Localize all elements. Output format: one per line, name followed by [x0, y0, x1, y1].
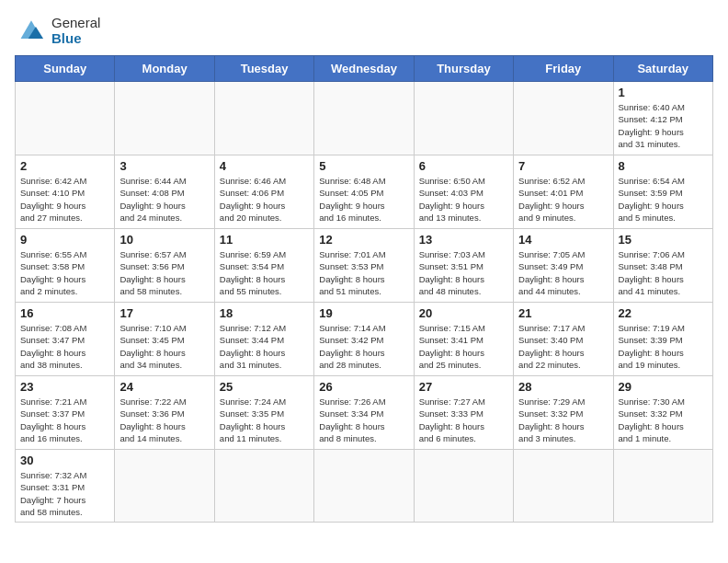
logo: General Blue — [15, 15, 100, 46]
day-number: 12 — [319, 233, 408, 247]
calendar-cell: 9Sunrise: 6:55 AM Sunset: 3:58 PM Daylig… — [16, 229, 115, 303]
day-number: 11 — [220, 233, 309, 247]
calendar-cell: 5Sunrise: 6:48 AM Sunset: 4:05 PM Daylig… — [314, 155, 414, 229]
weekday-header-row: SundayMondayTuesdayWednesdayThursdayFrid… — [16, 56, 713, 82]
day-number: 28 — [518, 380, 608, 394]
calendar-table: SundayMondayTuesdayWednesdayThursdayFrid… — [15, 55, 713, 523]
calendar-cell — [16, 82, 115, 155]
day-number: 16 — [20, 306, 109, 320]
day-info: Sunrise: 7:06 AM Sunset: 3:48 PM Dayligh… — [619, 248, 708, 297]
day-number: 23 — [20, 380, 109, 394]
day-number: 5 — [319, 159, 408, 173]
calendar-cell — [414, 450, 513, 523]
day-number: 13 — [419, 233, 508, 247]
calendar-cell — [514, 82, 613, 155]
day-number: 2 — [20, 159, 109, 173]
day-number: 24 — [119, 380, 209, 394]
calendar-cell: 25Sunrise: 7:24 AM Sunset: 3:35 PM Dayli… — [214, 376, 313, 450]
day-number: 25 — [220, 380, 309, 394]
calendar-cell — [314, 450, 414, 523]
calendar-week-row: 30Sunrise: 7:32 AM Sunset: 3:31 PM Dayli… — [16, 450, 713, 523]
calendar-cell: 12Sunrise: 7:01 AM Sunset: 3:53 PM Dayli… — [314, 229, 414, 303]
day-info: Sunrise: 7:08 AM Sunset: 3:47 PM Dayligh… — [20, 322, 109, 371]
calendar-cell: 28Sunrise: 7:29 AM Sunset: 3:32 PM Dayli… — [514, 376, 613, 450]
day-info: Sunrise: 6:52 AM Sunset: 4:01 PM Dayligh… — [518, 175, 608, 224]
weekday-header-wednesday: Wednesday — [314, 56, 414, 82]
calendar-cell: 8Sunrise: 6:54 AM Sunset: 3:59 PM Daylig… — [613, 155, 712, 229]
day-number: 6 — [419, 159, 508, 173]
day-number: 21 — [518, 306, 608, 320]
calendar-cell: 17Sunrise: 7:10 AM Sunset: 3:45 PM Dayli… — [115, 303, 214, 376]
day-info: Sunrise: 6:42 AM Sunset: 4:10 PM Dayligh… — [20, 175, 109, 224]
calendar-cell: 22Sunrise: 7:19 AM Sunset: 3:39 PM Dayli… — [613, 303, 712, 376]
day-info: Sunrise: 7:24 AM Sunset: 3:35 PM Dayligh… — [220, 396, 309, 444]
logo-text: General Blue — [51, 15, 100, 46]
day-number: 26 — [319, 380, 408, 394]
generalblue-logo-icon — [15, 17, 48, 43]
calendar-cell: 6Sunrise: 6:50 AM Sunset: 4:03 PM Daylig… — [414, 155, 513, 229]
calendar-cell: 29Sunrise: 7:30 AM Sunset: 3:32 PM Dayli… — [613, 376, 712, 450]
calendar-cell: 4Sunrise: 6:46 AM Sunset: 4:06 PM Daylig… — [214, 155, 313, 229]
calendar-cell — [613, 450, 712, 523]
day-number: 30 — [20, 454, 109, 467]
day-number: 4 — [220, 159, 309, 173]
page-header: General Blue — [15, 15, 713, 46]
calendar-week-row: 9Sunrise: 6:55 AM Sunset: 3:58 PM Daylig… — [16, 229, 713, 303]
day-info: Sunrise: 7:26 AM Sunset: 3:34 PM Dayligh… — [319, 396, 408, 444]
day-info: Sunrise: 7:01 AM Sunset: 3:53 PM Dayligh… — [319, 248, 408, 297]
calendar-cell — [115, 450, 214, 523]
day-number: 14 — [518, 233, 608, 247]
day-info: Sunrise: 7:21 AM Sunset: 3:37 PM Dayligh… — [20, 396, 109, 444]
calendar-cell: 20Sunrise: 7:15 AM Sunset: 3:41 PM Dayli… — [414, 303, 513, 376]
day-number: 15 — [619, 233, 708, 247]
day-info: Sunrise: 7:10 AM Sunset: 3:45 PM Dayligh… — [119, 322, 209, 371]
day-info: Sunrise: 7:32 AM Sunset: 3:31 PM Dayligh… — [20, 469, 109, 518]
day-info: Sunrise: 6:50 AM Sunset: 4:03 PM Dayligh… — [419, 175, 508, 224]
day-info: Sunrise: 6:57 AM Sunset: 3:56 PM Dayligh… — [119, 248, 209, 297]
day-info: Sunrise: 7:12 AM Sunset: 3:44 PM Dayligh… — [220, 322, 309, 371]
day-number: 17 — [119, 306, 209, 320]
weekday-header-saturday: Saturday — [613, 56, 712, 82]
day-info: Sunrise: 6:46 AM Sunset: 4:06 PM Dayligh… — [220, 175, 309, 224]
calendar-cell: 21Sunrise: 7:17 AM Sunset: 3:40 PM Dayli… — [514, 303, 613, 376]
day-info: Sunrise: 7:14 AM Sunset: 3:42 PM Dayligh… — [319, 322, 408, 371]
day-info: Sunrise: 7:03 AM Sunset: 3:51 PM Dayligh… — [419, 248, 508, 297]
calendar-cell — [214, 82, 313, 155]
weekday-header-thursday: Thursday — [414, 56, 513, 82]
weekday-header-tuesday: Tuesday — [214, 56, 313, 82]
day-info: Sunrise: 6:44 AM Sunset: 4:08 PM Dayligh… — [119, 175, 209, 224]
calendar-cell: 10Sunrise: 6:57 AM Sunset: 3:56 PM Dayli… — [115, 229, 214, 303]
day-info: Sunrise: 6:55 AM Sunset: 3:58 PM Dayligh… — [20, 248, 109, 297]
calendar-cell: 11Sunrise: 6:59 AM Sunset: 3:54 PM Dayli… — [214, 229, 313, 303]
calendar-cell: 24Sunrise: 7:22 AM Sunset: 3:36 PM Dayli… — [115, 376, 214, 450]
day-info: Sunrise: 6:54 AM Sunset: 3:59 PM Dayligh… — [619, 175, 708, 224]
day-number: 18 — [220, 306, 309, 320]
day-number: 7 — [518, 159, 608, 173]
calendar-cell — [414, 82, 513, 155]
calendar-cell: 15Sunrise: 7:06 AM Sunset: 3:48 PM Dayli… — [613, 229, 712, 303]
day-number: 10 — [119, 233, 209, 247]
day-number: 3 — [119, 159, 209, 173]
day-info: Sunrise: 6:40 AM Sunset: 4:12 PM Dayligh… — [619, 101, 708, 150]
calendar-cell: 26Sunrise: 7:26 AM Sunset: 3:34 PM Dayli… — [314, 376, 414, 450]
calendar-cell: 3Sunrise: 6:44 AM Sunset: 4:08 PM Daylig… — [115, 155, 214, 229]
calendar-cell: 18Sunrise: 7:12 AM Sunset: 3:44 PM Dayli… — [214, 303, 313, 376]
day-number: 9 — [20, 233, 109, 247]
day-info: Sunrise: 7:15 AM Sunset: 3:41 PM Dayligh… — [419, 322, 508, 371]
day-info: Sunrise: 6:48 AM Sunset: 4:05 PM Dayligh… — [319, 175, 408, 224]
weekday-header-friday: Friday — [514, 56, 613, 82]
day-number: 1 — [619, 86, 708, 99]
day-info: Sunrise: 6:59 AM Sunset: 3:54 PM Dayligh… — [220, 248, 309, 297]
calendar-cell: 13Sunrise: 7:03 AM Sunset: 3:51 PM Dayli… — [414, 229, 513, 303]
calendar-cell: 1Sunrise: 6:40 AM Sunset: 4:12 PM Daylig… — [613, 82, 712, 155]
calendar-cell: 16Sunrise: 7:08 AM Sunset: 3:47 PM Dayli… — [16, 303, 115, 376]
calendar-cell — [514, 450, 613, 523]
calendar-cell — [214, 450, 313, 523]
calendar-cell: 14Sunrise: 7:05 AM Sunset: 3:49 PM Dayli… — [514, 229, 613, 303]
day-info: Sunrise: 7:19 AM Sunset: 3:39 PM Dayligh… — [619, 322, 708, 371]
day-info: Sunrise: 7:05 AM Sunset: 3:49 PM Dayligh… — [518, 248, 608, 297]
day-number: 29 — [619, 380, 708, 394]
day-number: 22 — [619, 306, 708, 320]
calendar-cell: 19Sunrise: 7:14 AM Sunset: 3:42 PM Dayli… — [314, 303, 414, 376]
day-info: Sunrise: 7:29 AM Sunset: 3:32 PM Dayligh… — [518, 396, 608, 444]
